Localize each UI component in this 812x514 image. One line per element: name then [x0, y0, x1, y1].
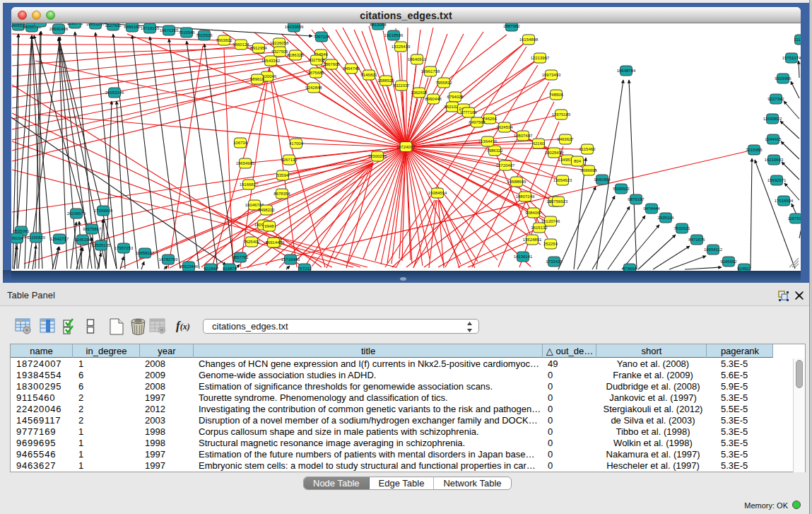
- svg-text:18300295: 18300295: [368, 154, 387, 158]
- svg-text:26053346: 26053346: [105, 90, 124, 95]
- svg-text:9857791: 9857791: [232, 255, 249, 259]
- svg-text:748506: 748506: [549, 93, 564, 97]
- svg-text:16154808: 16154808: [519, 37, 539, 42]
- svg-text:8471676: 8471676: [688, 238, 705, 242]
- svg-text:13325419: 13325419: [392, 45, 411, 49]
- svg-text:940557: 940557: [33, 23, 48, 24]
- svg-text:7625402: 7625402: [243, 240, 260, 244]
- svg-text:10961758: 10961758: [421, 69, 440, 74]
- svg-text:19654985: 19654985: [236, 161, 255, 165]
- svg-text:804: 804: [574, 159, 582, 163]
- svg-text:15692971: 15692971: [767, 178, 787, 182]
- svg-text:9948: 9948: [264, 224, 274, 228]
- svg-text:18807249: 18807249: [516, 194, 535, 199]
- svg-text:16648784: 16648784: [617, 69, 636, 73]
- svg-text:7663822: 7663822: [216, 38, 233, 42]
- svg-text:17957253: 17957253: [114, 246, 134, 250]
- svg-text:12213967: 12213967: [531, 56, 550, 60]
- svg-text:1588520: 1588520: [377, 78, 394, 83]
- svg-text:6879197: 6879197: [628, 197, 645, 201]
- svg-text:106734: 106734: [233, 141, 248, 145]
- svg-text:9329966: 9329966: [775, 76, 792, 81]
- svg-text:16210643: 16210643: [765, 158, 784, 162]
- svg-text:9327505: 9327505: [271, 49, 288, 54]
- svg-text:252254: 252254: [543, 242, 558, 246]
- svg-text:10958107: 10958107: [136, 251, 155, 255]
- svg-text:1362615: 1362615: [411, 90, 428, 95]
- svg-text:30975867: 30975867: [83, 227, 102, 231]
- svg-text:7632621: 7632621: [673, 226, 690, 230]
- svg-text:7986322: 7986322: [486, 148, 503, 153]
- svg-text:14136141: 14136141: [514, 255, 533, 259]
- svg-text:12093822: 12093822: [763, 117, 782, 121]
- svg-text:816876: 816876: [223, 267, 237, 271]
- svg-text:18724007: 18724007: [396, 145, 416, 149]
- svg-text:8990448: 8990448: [425, 97, 442, 101]
- svg-text:6497568: 6497568: [469, 120, 486, 124]
- svg-text:8186328: 8186328: [287, 53, 304, 57]
- svg-text:10654112: 10654112: [704, 247, 723, 252]
- svg-text:12975185: 12975185: [552, 112, 571, 117]
- svg-text:1193771: 1193771: [67, 23, 84, 25]
- svg-text:5938923: 5938923: [613, 187, 630, 191]
- svg-text:9660124: 9660124: [233, 42, 249, 47]
- svg-text:7515526: 7515526: [196, 33, 213, 37]
- svg-text:9227342: 9227342: [767, 97, 784, 101]
- svg-text:924501: 924501: [737, 267, 752, 271]
- svg-text:19166827: 19166827: [240, 182, 259, 187]
- svg-text:20691406: 20691406: [49, 27, 69, 31]
- svg-text:13226058: 13226058: [270, 41, 289, 45]
- svg-text:9084067: 9084067: [525, 211, 542, 215]
- svg-text:16671355: 16671355: [160, 28, 179, 33]
- svg-text:1733426: 1733426: [546, 259, 563, 264]
- svg-text:16782759: 16782759: [159, 257, 178, 262]
- svg-text:2935114: 2935114: [658, 216, 675, 220]
- svg-text:10719155: 10719155: [141, 26, 160, 30]
- svg-text:1167533: 1167533: [788, 216, 801, 221]
- svg-text:19218506: 19218506: [384, 33, 404, 37]
- svg-text:9146821: 9146821: [360, 73, 377, 77]
- svg-text:3215955: 3215955: [746, 148, 763, 152]
- svg-text:10853267: 10853267: [86, 23, 105, 26]
- svg-text:19384554: 19384554: [428, 191, 447, 195]
- svg-text:6466160: 6466160: [124, 25, 141, 29]
- svg-text:9699695: 9699695: [580, 168, 597, 173]
- svg-text:1244415: 1244415: [765, 137, 782, 141]
- svg-text:111746: 111746: [794, 37, 801, 42]
- svg-text:10025438: 10025438: [545, 151, 564, 155]
- svg-text:9474444: 9474444: [643, 206, 660, 211]
- svg-text:10756923: 10756923: [549, 199, 568, 204]
- svg-text:9245652: 9245652: [720, 259, 737, 264]
- svg-text:62160: 62160: [533, 141, 545, 146]
- svg-text:10688609: 10688609: [507, 180, 526, 184]
- svg-text:18640910: 18640910: [408, 57, 427, 62]
- svg-text:9777169: 9777169: [460, 110, 477, 115]
- svg-text:417004: 417004: [289, 141, 304, 146]
- svg-text:16543362: 16543362: [261, 59, 281, 63]
- svg-text:6794028: 6794028: [447, 95, 464, 99]
- svg-text:5498222: 5498222: [258, 208, 275, 212]
- svg-text:2887682: 2887682: [503, 24, 520, 28]
- svg-text:1691447: 1691447: [265, 240, 282, 245]
- svg-text:7357224: 7357224: [313, 35, 330, 39]
- svg-text:9242848: 9242848: [305, 86, 322, 90]
- svg-text:13524851: 13524851: [523, 238, 542, 242]
- svg-text:15751074: 15751074: [782, 56, 801, 60]
- svg-text:1615132: 1615132: [531, 226, 548, 230]
- svg-text:11156829: 11156829: [27, 235, 45, 240]
- svg-text:989618: 989618: [250, 77, 265, 81]
- svg-text:9115460: 9115460: [579, 147, 596, 151]
- svg-text:3267130: 3267130: [281, 158, 298, 162]
- svg-text:1527602: 1527602: [105, 23, 122, 28]
- svg-text:12505135: 12505135: [92, 243, 111, 247]
- svg-text:9463627: 9463627: [557, 137, 574, 141]
- svg-text:12923446: 12923446: [180, 264, 199, 269]
- svg-text:7955812: 7955812: [435, 81, 452, 85]
- svg-text:8322037: 8322037: [393, 83, 410, 88]
- svg-text:17016504: 17016504: [775, 199, 794, 203]
- svg-text:13654923: 13654923: [553, 178, 572, 182]
- svg-text:10807487: 10807487: [514, 134, 533, 138]
- svg-text:53594: 53594: [277, 173, 289, 177]
- svg-text:17359924: 17359924: [94, 209, 113, 213]
- svg-text:879694: 879694: [623, 267, 637, 271]
